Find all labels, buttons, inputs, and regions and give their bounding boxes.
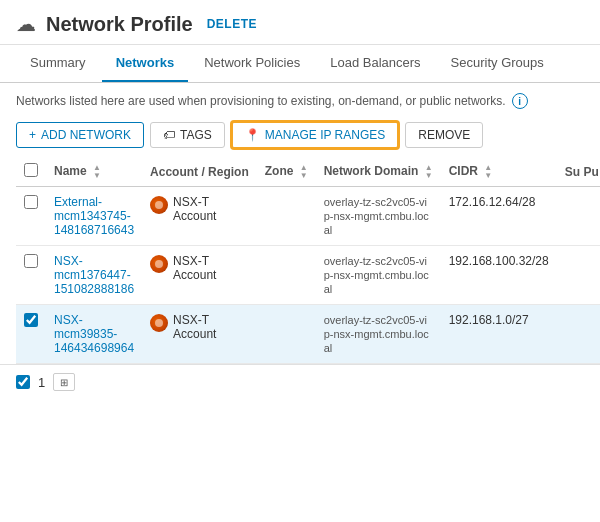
tab-network-policies[interactable]: Network Policies [190,45,314,82]
footer-checkbox[interactable] [16,375,30,389]
table-row: External-mcm1343745-148168716643 NSX-T A… [16,187,600,246]
table-row: NSX-mcm1376447-151082888186 NSX-T Accoun… [16,246,600,305]
row-network-domain: overlay-tz-sc2vc05-vip-nsx-mgmt.cmbu.loc… [316,246,441,305]
col-cidr: CIDR ▲▼ [441,157,557,187]
networks-table-wrap: Name ▲▼ Account / Region Zone ▲▼ Network… [0,157,600,364]
remove-button[interactable]: REMOVE [405,122,483,148]
network-domain-value: overlay-tz-sc2vc05-vip-nsx-mgmt.cmbu.loc… [324,196,429,236]
row-su-pu [557,187,600,246]
network-domain-sort-icon[interactable]: ▲▼ [425,164,433,180]
network-name-link[interactable]: External-mcm1343745-148168716643 [54,195,134,237]
row-network-domain: overlay-tz-sc2vc05-vip-nsx-mgmt.cmbu.loc… [316,305,441,364]
row-checkbox-cell[interactable] [16,187,46,246]
account-name: NSX-T Account [173,254,249,282]
nsx-t-icon [150,255,168,273]
row-su-pu [557,305,600,364]
row-zone [257,246,316,305]
row-name: NSX-mcm39835-146434698964 [46,305,142,364]
network-domain-value: overlay-tz-sc2vc05-vip-nsx-mgmt.cmbu.loc… [324,255,429,295]
tags-label: TAGS [180,128,212,142]
row-checkbox[interactable] [24,195,38,209]
network-name-link[interactable]: NSX-mcm39835-146434698964 [54,313,134,355]
info-bar: Networks listed here are used when provi… [0,83,600,115]
network-name-link[interactable]: NSX-mcm1376447-151082888186 [54,254,134,296]
page-title: Network Profile [46,13,193,36]
row-account: NSX-T Account [142,246,257,305]
nsx-t-icon [150,196,168,214]
row-cidr: 172.16.12.64/28 [441,187,557,246]
account-name: NSX-T Account [173,195,249,223]
table-row: NSX-mcm39835-146434698964 NSX-T Account … [16,305,600,364]
network-domain-value: overlay-tz-sc2vc05-vip-nsx-mgmt.cmbu.loc… [324,314,429,354]
table-footer: 1 ⊞ [0,364,600,399]
row-checkbox-cell[interactable] [16,246,46,305]
row-cidr: 192.168.100.32/28 [441,246,557,305]
tag-icon: 🏷 [163,128,175,142]
location-icon: 📍 [245,128,260,142]
cidr-value: 172.16.12.64/28 [449,195,536,209]
tab-load-balancers[interactable]: Load Balancers [316,45,434,82]
info-icon[interactable]: i [512,93,528,109]
nsx-t-icon [150,314,168,332]
col-network-domain: Network Domain ▲▼ [316,157,441,187]
add-icon: + [29,128,36,142]
info-text: Networks listed here are used when provi… [16,94,506,108]
col-account-region: Account / Region [142,157,257,187]
zone-sort-icon[interactable]: ▲▼ [300,164,308,180]
select-all-checkbox[interactable] [24,163,38,177]
add-network-button[interactable]: + ADD NETWORK [16,122,144,148]
networks-table: Name ▲▼ Account / Region Zone ▲▼ Network… [16,157,600,364]
row-checkbox-cell[interactable] [16,305,46,364]
remove-label: REMOVE [418,128,470,142]
delete-button[interactable]: DELETE [207,17,257,31]
manage-label: MANAGE IP RANGES [265,128,385,142]
row-checkbox[interactable] [24,254,38,268]
select-all-header[interactable] [16,157,46,187]
cidr-value: 192.168.1.0/27 [449,313,529,327]
row-zone [257,187,316,246]
cidr-value: 192.168.100.32/28 [449,254,549,268]
footer-column-settings-button[interactable]: ⊞ [53,373,75,391]
name-sort-icon[interactable]: ▲▼ [93,164,101,180]
table-header-row: Name ▲▼ Account / Region Zone ▲▼ Network… [16,157,600,187]
col-su-pu: Su Pu [557,157,600,187]
tab-security-groups[interactable]: Security Groups [437,45,558,82]
row-account: NSX-T Account [142,305,257,364]
tabs-bar: Summary Networks Network Policies Load B… [0,45,600,83]
row-name: External-mcm1343745-148168716643 [46,187,142,246]
column-settings-icon: ⊞ [60,377,68,388]
col-zone: Zone ▲▼ [257,157,316,187]
page-header: ☁ Network Profile DELETE [0,0,600,45]
row-name: NSX-mcm1376447-151082888186 [46,246,142,305]
row-su-pu [557,246,600,305]
add-network-label: ADD NETWORK [41,128,131,142]
manage-ip-ranges-button[interactable]: 📍 MANAGE IP RANGES [231,121,399,149]
row-cidr: 192.168.1.0/27 [441,305,557,364]
row-network-domain: overlay-tz-sc2vc05-vip-nsx-mgmt.cmbu.loc… [316,187,441,246]
col-name: Name ▲▼ [46,157,142,187]
tags-button[interactable]: 🏷 TAGS [150,122,225,148]
row-zone [257,305,316,364]
row-account: NSX-T Account [142,187,257,246]
tab-networks[interactable]: Networks [102,45,189,82]
tab-summary[interactable]: Summary [16,45,100,82]
toolbar: + ADD NETWORK 🏷 TAGS 📍 MANAGE IP RANGES … [0,115,600,157]
cidr-sort-icon[interactable]: ▲▼ [484,164,492,180]
account-name: NSX-T Account [173,313,249,341]
selected-count: 1 [38,375,45,390]
row-checkbox[interactable] [24,313,38,327]
cloud-icon: ☁ [16,12,36,36]
